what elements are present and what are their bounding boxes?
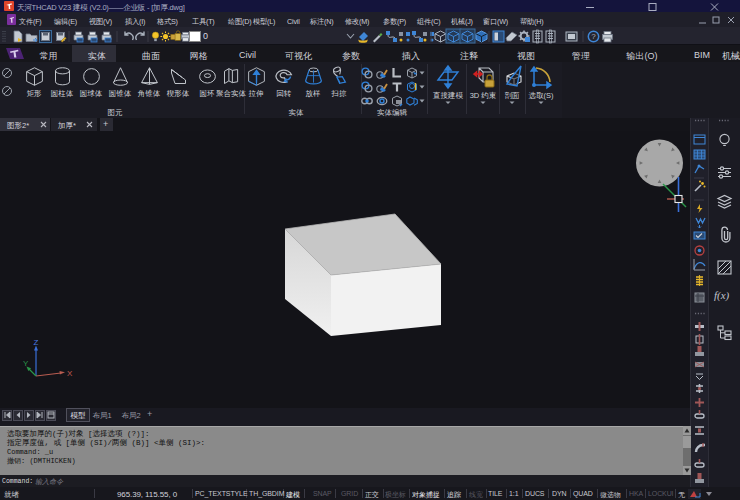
svg-text:?: ? [591,32,596,41]
svg-text:Y: Y [23,359,29,368]
svg-text:X: X [67,369,73,378]
svg-text:Z: Z [34,338,39,347]
